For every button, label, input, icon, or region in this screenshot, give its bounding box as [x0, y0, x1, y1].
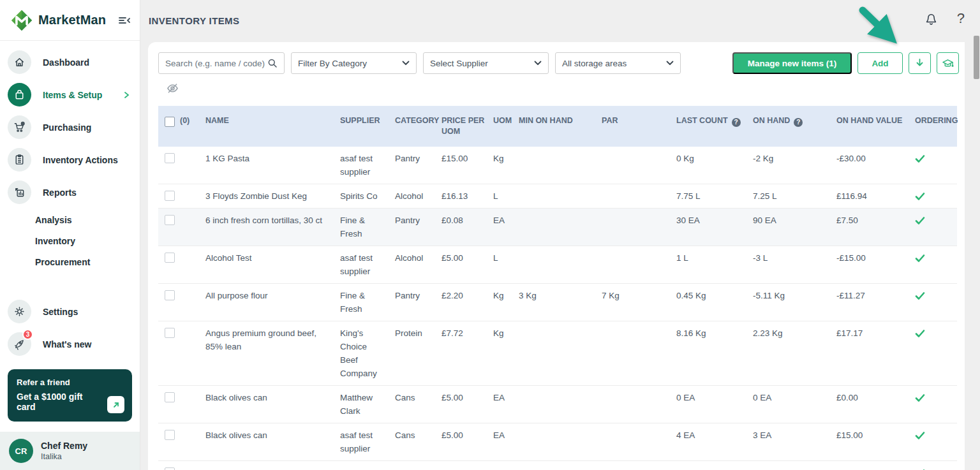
vertical-scrollbar-thumb[interactable]: [974, 36, 979, 79]
table-row[interactable]: 6 inch fresh corn tortillas, 30 ct Fine …: [158, 209, 957, 246]
sidebar-collapse-icon[interactable]: [118, 15, 131, 26]
cell-name[interactable]: 3 Floyds Zombie Dust Keg: [205, 184, 340, 208]
search-input[interactable]: [165, 59, 265, 68]
row-select-cell: [158, 423, 205, 460]
cell-supplier: Matthew Clark: [340, 386, 395, 423]
cell-uom: Kg: [493, 147, 519, 184]
chevron-right-icon: [123, 91, 130, 99]
row-checkbox[interactable]: [165, 153, 175, 163]
bag-icon: [8, 83, 31, 106]
cell-supplier: asaf test supplier: [340, 147, 395, 184]
header-category[interactable]: CATEGORY: [395, 106, 442, 147]
row-checkbox[interactable]: [165, 467, 175, 470]
table-row[interactable]: Alcohol Test asaf test supplier Alcohol …: [158, 246, 957, 284]
header-supplier[interactable]: SUPPLIER: [340, 106, 395, 147]
sidebar-item-inventory-actions[interactable]: Inventory Actions: [0, 143, 140, 176]
sidebar-item-whats-new[interactable]: 3 What's new: [0, 328, 140, 360]
sidebar-item-settings[interactable]: Settings: [0, 295, 140, 328]
table-row[interactable]: 3 Floyds Zombie Dust Keg Spirits Co Alco…: [158, 184, 957, 209]
help-circle-icon[interactable]: ?: [732, 118, 741, 127]
row-checkbox[interactable]: [165, 328, 175, 338]
cell-category: Pantry: [395, 284, 442, 321]
marketman-logo-icon: [10, 9, 33, 32]
cell-on-hand: -6 Kg: [753, 461, 836, 470]
cell-category: Protein: [395, 321, 442, 385]
table-row[interactable]: All purpose flour Fine & Fresh Pantry £2…: [158, 284, 957, 321]
help-circle-icon[interactable]: ?: [794, 118, 803, 127]
cell-min-on-hand: [519, 184, 602, 208]
supplier-filter-select[interactable]: Select Supplier: [423, 52, 549, 74]
row-checkbox[interactable]: [165, 191, 175, 201]
header-last-count[interactable]: LAST COUNT?: [676, 106, 753, 147]
manage-new-items-button[interactable]: Manage new items (1): [732, 52, 852, 74]
sidebar-item-analysis[interactable]: Analysis: [35, 210, 140, 231]
cell-supplier: asaf test supplier: [340, 246, 395, 283]
sidebar-item-label: What's new: [43, 339, 91, 349]
table-row[interactable]: Black Olives Sliced Reynolds Veggies £0.…: [158, 461, 957, 470]
cell-par: [602, 246, 676, 283]
header-select-cell: (0): [158, 106, 205, 147]
sidebar-nav: Dashboard Items & Setup Purchasing: [0, 41, 140, 273]
cell-category: Cans: [395, 386, 442, 423]
row-checkbox[interactable]: [165, 392, 175, 402]
cell-on-hand: -3 L: [753, 246, 836, 283]
header-on-hand[interactable]: ON HAND?: [753, 106, 836, 147]
ordering-check-icon: [915, 192, 925, 201]
supplier-filter-value: Select Supplier: [430, 59, 488, 68]
cell-par: [602, 209, 676, 246]
table-row[interactable]: Black olives can asaf test supplier Cans…: [158, 423, 957, 461]
storage-area-filter-value: All storage areas: [562, 59, 627, 68]
row-checkbox[interactable]: [165, 430, 175, 440]
row-checkbox[interactable]: [165, 290, 175, 300]
notifications-bell-icon[interactable]: [924, 13, 938, 29]
header-on-hand-value[interactable]: ON HAND VALUE: [836, 106, 915, 147]
cell-name[interactable]: Black olives can: [205, 386, 340, 423]
header-par[interactable]: PAR: [602, 106, 676, 147]
hide-columns-eye-off-icon[interactable]: [166, 82, 179, 98]
category-filter-select[interactable]: Filter By Category: [291, 52, 417, 74]
sidebar-item-reports[interactable]: Reports: [0, 176, 140, 209]
refer-title: Refer a friend: [17, 378, 123, 387]
table-row[interactable]: Black olives can Matthew Clark Cans £5.0…: [158, 386, 957, 423]
table-row[interactable]: Angus premium ground beef, 85% lean King…: [158, 321, 957, 386]
row-checkbox[interactable]: [165, 215, 175, 225]
sidebar-item-inventory[interactable]: Inventory: [35, 231, 140, 252]
cell-on-hand-value: -£30.00: [836, 147, 915, 184]
cell-name[interactable]: 6 inch fresh corn tortillas, 30 ct: [205, 209, 340, 246]
cell-min-on-hand: [519, 321, 602, 385]
header-min-on-hand[interactable]: MIN ON HAND: [519, 106, 602, 147]
header-name[interactable]: NAME: [205, 106, 340, 147]
storage-area-filter-select[interactable]: All storage areas: [555, 52, 681, 74]
user-profile[interactable]: CR Chef Remy Italika: [0, 432, 140, 470]
whats-new-badge: 3: [22, 329, 33, 340]
cell-supplier: Reynolds: [340, 461, 395, 470]
sidebar-item-procurement[interactable]: Procurement: [35, 252, 140, 273]
cell-name[interactable]: All purpose flour: [205, 284, 340, 321]
sidebar-item-purchasing[interactable]: Purchasing: [0, 111, 140, 143]
cell-name[interactable]: Black Olives Sliced: [205, 461, 340, 470]
cell-name[interactable]: Black olives can: [205, 423, 340, 460]
refer-a-friend-card[interactable]: Refer a friend Get a $1000 gift card: [8, 369, 132, 422]
cell-price-per-uom: £0.08: [442, 209, 493, 246]
download-button[interactable]: [909, 52, 931, 74]
header-price-per-uom[interactable]: PRICE PER UOM: [442, 106, 493, 147]
cell-name[interactable]: 1 KG Pasta: [205, 147, 340, 184]
cell-ordering: [915, 147, 957, 184]
cell-name[interactable]: Angus premium ground beef, 85% lean: [205, 321, 340, 385]
cell-price-per-uom: £15.00: [442, 147, 493, 184]
cell-min-on-hand: 3 Kg: [519, 284, 602, 321]
table-row[interactable]: 1 KG Pasta asaf test supplier Pantry £15…: [158, 147, 957, 184]
cell-name[interactable]: Alcohol Test: [205, 246, 340, 283]
sidebar-item-items-setup[interactable]: Items & Setup: [0, 78, 140, 111]
select-all-checkbox[interactable]: [165, 117, 175, 127]
header-uom[interactable]: UOM: [493, 106, 519, 147]
add-item-button[interactable]: Add: [858, 52, 903, 74]
tutorials-button[interactable]: [937, 52, 959, 74]
sidebar-item-dashboard[interactable]: Dashboard: [0, 46, 140, 78]
help-icon[interactable]: ?: [957, 10, 965, 27]
cell-last-count: 0 Kg: [676, 147, 753, 184]
row-checkbox[interactable]: [165, 253, 175, 263]
cell-supplier: Fine & Fresh: [340, 284, 395, 321]
refer-open-button[interactable]: [107, 396, 124, 413]
header-ordering[interactable]: ORDERING: [915, 106, 957, 147]
